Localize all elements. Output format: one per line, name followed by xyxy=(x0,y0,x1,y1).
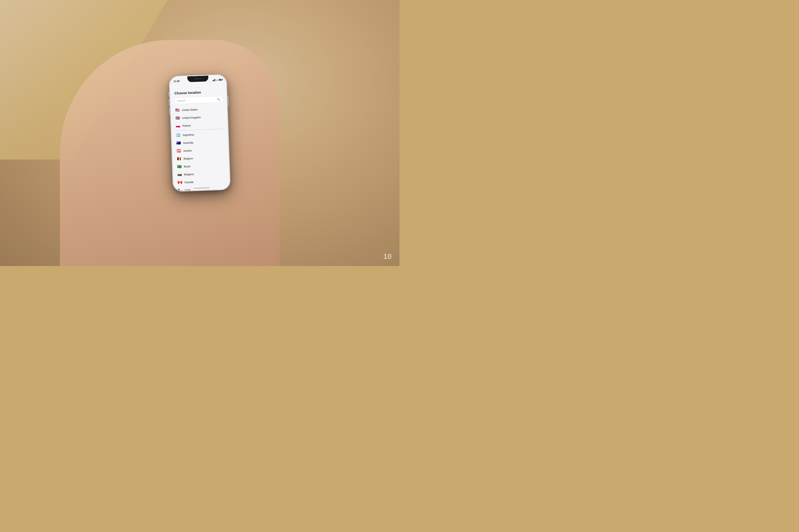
country-name-poland: Poland xyxy=(183,124,191,127)
search-input[interactable]: Search xyxy=(177,98,215,102)
watermark: 10 xyxy=(383,252,392,261)
flag-united-states: 🇺🇸 xyxy=(175,108,180,113)
speaker xyxy=(194,78,202,80)
flag-austria: 🇦🇹 xyxy=(176,149,182,153)
signal-bar-4 xyxy=(215,79,215,81)
wifi-icon: ▲ xyxy=(216,79,218,81)
battery-fill xyxy=(219,79,221,80)
signal-bar-1 xyxy=(212,80,213,81)
flag-argentina: 🇦🇷 xyxy=(176,133,181,138)
signal-bar-3 xyxy=(214,79,214,81)
country-name-austria: Austria xyxy=(183,149,191,152)
flag-poland: 🇵🇱 xyxy=(175,124,180,129)
status-icons: ▲ xyxy=(212,78,222,81)
list-item[interactable]: 🇵🇱 Poland xyxy=(171,120,228,130)
flag-canada: 🇨🇦 xyxy=(177,180,183,185)
flag-belgium: 🇧🇪 xyxy=(177,156,182,161)
phone-screen: 11:38 ▲ ⌄ xyxy=(170,75,230,191)
flag-australia: 🇦🇺 xyxy=(176,140,181,146)
status-time: 11:38 xyxy=(173,80,179,83)
flag-bulgaria: 🇧🇬 xyxy=(177,172,182,177)
screen-content: ⌄ Choose location Search 🔍 🇺🇸 United Sta… xyxy=(170,82,230,191)
country-name-brazil: Brazil xyxy=(184,165,190,168)
silent-switch[interactable] xyxy=(168,92,169,97)
notch xyxy=(187,76,208,82)
country-name-united-kingdom: United Kingdom xyxy=(182,116,201,119)
pinned-countries-list: 🇺🇸 United States 🇬🇧 United Kingdom 🇵🇱 Po… xyxy=(171,104,228,130)
flag-chile: 🇨🇱 xyxy=(178,188,183,191)
country-name-argentina: Argentina xyxy=(183,133,194,136)
country-name-bulgaria: Bulgaria xyxy=(184,172,194,176)
phone-device: 11:38 ▲ ⌄ xyxy=(169,74,230,192)
country-name-united-states: United States xyxy=(182,108,198,111)
flag-brazil: 🇧🇷 xyxy=(177,164,182,169)
country-name-belgium: Belgium xyxy=(184,157,193,160)
search-bar[interactable]: Search 🔍 xyxy=(174,96,223,104)
flag-united-kingdom: 🇬🇧 xyxy=(175,116,180,121)
all-countries-list: 🇦🇷 Argentina 🇦🇺 Australia 🇦🇹 Austria 🇧🇪 … xyxy=(172,129,230,191)
signal-bars xyxy=(212,79,215,81)
volume-down-button[interactable] xyxy=(169,108,170,114)
country-name-australia: Australia xyxy=(183,141,193,144)
hand-area xyxy=(60,40,280,266)
chevron-down-icon[interactable]: ⌄ xyxy=(197,86,199,88)
page-title: Choose location xyxy=(174,90,201,95)
search-icon: 🔍 xyxy=(217,98,220,101)
battery-icon xyxy=(219,79,222,80)
phone-outer-shell: 11:38 ▲ ⌄ xyxy=(169,74,230,192)
volume-up-button[interactable] xyxy=(169,99,170,106)
signal-bar-2 xyxy=(213,80,214,81)
country-name-chile: Chile xyxy=(185,188,191,191)
country-name-canada: Canada xyxy=(184,180,193,184)
